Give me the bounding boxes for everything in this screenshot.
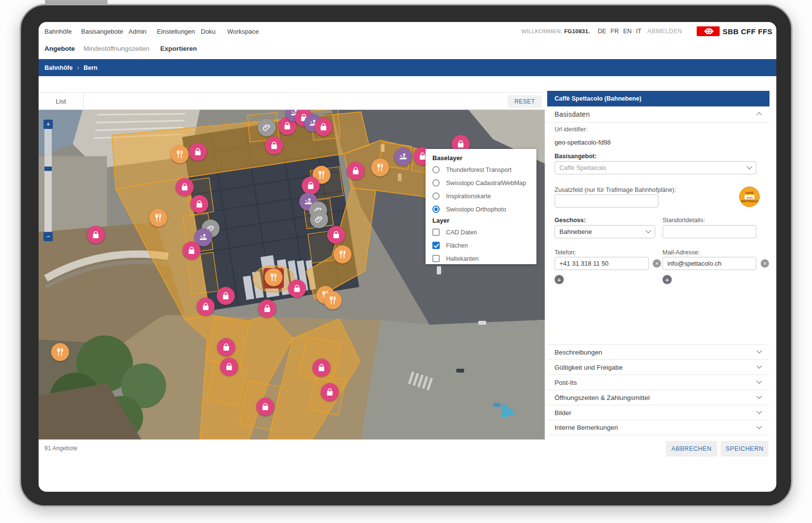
language-fr[interactable]: FR [611,28,619,35]
subnav-item-mindest-ffnungszeiten[interactable]: Mindestöffnungszeiten [84,45,150,52]
baselayer-option-label: Inspirationskarte [446,193,491,200]
baselayer-option-inspirationskarte[interactable]: Inspirationskarte [432,189,532,203]
shopping-bag-marker[interactable] [217,338,235,356]
nav-item-bahnh-fe[interactable]: Bahnhöfe [44,28,72,35]
shopping-bag-marker[interactable] [189,143,207,161]
radio-icon[interactable] [432,206,440,213]
shopping-bag-marker[interactable] [87,226,105,244]
nav-item-einstellungen[interactable]: Einstellungen [157,28,195,35]
language-de[interactable]: DE [598,28,606,35]
map-canvas[interactable]: + − Baselayer Thunderforest TransportSwi… [39,110,545,439]
radio-icon[interactable] [432,179,440,187]
shopping-bag-icon [262,304,273,314]
sbb-logo: SBB CFF FFS [697,26,772,36]
mail-add-button[interactable]: + [662,275,672,284]
section-basisdaten[interactable]: Basisdaten [547,106,769,123]
restaurant-icon [55,347,65,357]
section-post-its[interactable]: Post-Its [547,375,769,390]
checkbox-icon[interactable] [432,255,440,262]
layer-option-label: Haltekanten [446,255,479,262]
radio-icon[interactable] [432,192,440,200]
nav-item-basisangebote[interactable]: Basisangebote [81,28,123,35]
section-beschreibungen[interactable]: Beschreibungen [547,344,769,359]
nav-item-admin[interactable]: Admin [128,28,147,35]
telefon-label: Telefon: [555,249,576,256]
shopping-bag-marker[interactable] [321,383,339,401]
restaurant-marker[interactable] [334,246,352,264]
shopping-bag-icon [331,230,342,240]
language-switcher: DEFRENIT [598,28,641,35]
paperclip-marker[interactable] [258,119,276,137]
shopping-bag-marker[interactable] [327,226,345,244]
section-ffnungszeiten-zahlungsmittel[interactable]: Öffnungszeiten & Zahlungsmittel [547,390,769,405]
cancel-button[interactable]: ABBRECHEN [666,441,717,457]
language-it[interactable]: IT [636,28,641,35]
shopping-bag-marker[interactable] [313,359,331,377]
paperclip-marker[interactable] [310,210,328,229]
checkbox-icon[interactable] [432,242,440,249]
save-button[interactable]: SPEICHERN [721,441,769,457]
offers-count: 91 Angebote [44,445,77,452]
sub-navigation: AngeboteMindestöffnungszeitenExportieren [39,41,776,57]
baselayer-option-swisstopo-cadastralwebmap[interactable]: Swisstopo CadastralWebMap [432,176,532,189]
shopping-bag-marker[interactable] [183,242,201,260]
shopping-bag-marker[interactable] [197,298,215,316]
shopping-bag-marker[interactable] [288,280,306,298]
baselayer-option-thunderforest-transport[interactable]: Thunderforest Transport [432,163,532,176]
reset-button[interactable]: RESET [508,95,542,108]
nav-item-doku[interactable]: Doku [201,28,215,35]
shopping-bag-marker[interactable] [220,358,238,376]
section-interne-bemerkungen[interactable]: Interne Bemerkungen [547,420,769,435]
zoom-out-button[interactable]: − [43,232,53,241]
baselayer-option-swisstopo-orthophoto[interactable]: Swisstopo Orthophoto [432,203,532,216]
mail-input[interactable] [662,257,756,270]
shopping-bag-marker[interactable] [258,300,277,318]
restaurant-marker[interactable] [51,343,69,361]
restaurant-marker-selected[interactable] [265,269,283,287]
shopping-bag-marker[interactable] [302,177,320,195]
restaurant-marker[interactable] [324,292,342,310]
subnav-item-exportieren[interactable]: Exportieren [160,45,197,52]
telefon-add-button[interactable]: + [555,275,564,284]
zoom-slider-track[interactable] [44,121,52,232]
zusatzfeld-input[interactable] [555,194,659,208]
restaurant-marker[interactable] [150,209,168,227]
telefon-clear-button[interactable]: × [653,259,661,268]
restaurant-marker[interactable] [171,146,189,164]
tab-list[interactable]: List [39,93,84,109]
shopping-bag-marker[interactable] [217,287,235,305]
chevron-up-icon [756,112,762,118]
layer-option-cad-daten[interactable]: CAD Daten [432,226,532,239]
mail-clear-button[interactable]: × [761,259,769,268]
shopping-bag-marker[interactable] [176,178,194,196]
zoom-slider-handle[interactable] [44,167,52,171]
shopping-bag-marker[interactable] [256,398,275,416]
layer-option-label: Flächen [446,242,468,249]
baselayer-option-label: Swisstopo Orthophoto [446,206,506,213]
telefon-input[interactable] [555,257,649,270]
radio-icon[interactable] [432,166,440,173]
shopping-bag-marker[interactable] [315,118,333,136]
section-label: Bilder [555,409,572,417]
shopping-bag-marker[interactable] [347,162,365,180]
geschoss-select[interactable]: Bahnebene [555,225,655,238]
basisangebot-select[interactable]: Caffè Spettacolo [555,161,756,174]
layer-option-haltekanten[interactable]: Haltekanten [432,252,532,265]
breadcrumb-root[interactable]: Bahnhöfe [44,64,73,71]
checkbox-icon[interactable] [432,229,440,236]
subnav-item-angebote[interactable]: Angebote [44,45,75,52]
shopping-bag-marker[interactable] [265,137,283,155]
logout-link[interactable]: ABMELDEN [647,28,682,35]
language-en[interactable]: EN [623,28,631,35]
layers-panel: Baselayer Thunderforest TransportSwissto… [426,149,536,264]
geschoss-label: Geschoss: [555,217,586,224]
section-g-ltigkeit-und-freigabe[interactable]: Gültigkeit und Freigabe [547,359,769,375]
shopping-bag-marker[interactable] [191,195,209,213]
section-bilder[interactable]: Bilder [547,405,769,420]
restaurant-marker[interactable] [371,159,389,177]
service-desk-marker[interactable] [394,148,412,166]
standortdetails-input[interactable] [662,225,756,238]
nav-item-workspace[interactable]: Workspace [227,28,259,35]
layer-option-fl-chen[interactable]: Flächen [432,239,532,252]
zoom-in-button[interactable]: + [43,120,53,129]
